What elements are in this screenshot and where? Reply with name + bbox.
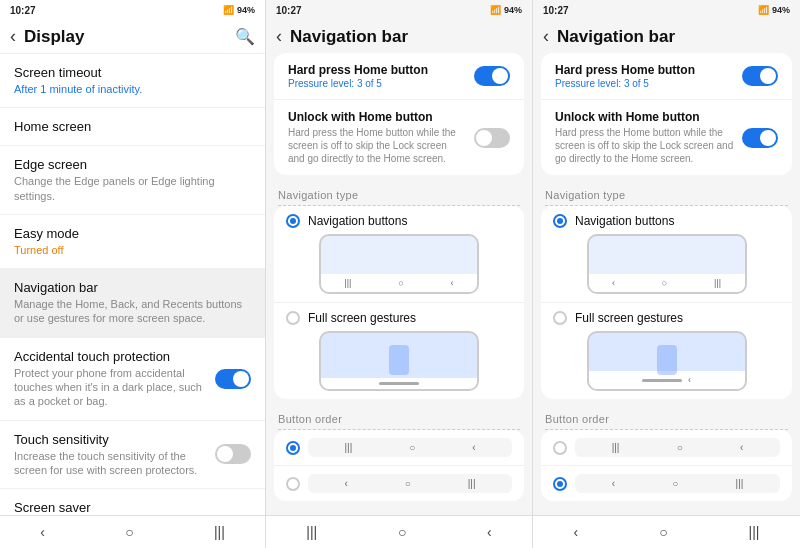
order1-center-3: ○ (677, 442, 683, 453)
gesture-handle-3 (657, 345, 677, 375)
unlock-item-2[interactable]: Unlock with Home button Hard press the H… (274, 100, 524, 175)
accidental-touch-text: Accidental touch protection Protect your… (14, 349, 215, 409)
button-order-item-1-2[interactable]: ||| ○ ‹ (274, 430, 524, 466)
button-order-item-2-2[interactable]: ‹ ○ ||| (274, 466, 524, 501)
hard-press-text-3: Hard press Home button Pressure level: 3… (555, 63, 695, 89)
button-order-radio-1-3[interactable] (553, 441, 567, 455)
hard-press-item-2[interactable]: Hard press Home button Pressure level: 3… (274, 53, 524, 100)
unlock-title-3: Unlock with Home button (555, 110, 734, 124)
nav-topbar-3: ‹ Navigation bar (533, 20, 800, 53)
nav-right-icon-3: ||| (714, 278, 721, 288)
time-1: 10:27 (10, 5, 36, 16)
gestures-mockup-2 (319, 331, 479, 391)
nav-panel-2: 10:27 📶 94% ‹ Navigation bar Hard press … (266, 0, 533, 548)
accidental-touch-row: Accidental touch protection Protect your… (14, 349, 251, 409)
settings-item-screen-timeout[interactable]: Screen timeout After 1 minute of inactiv… (0, 54, 265, 108)
unlock-desc-2: Hard press the Home button while the scr… (288, 126, 466, 165)
button-order-label-3: Button order (541, 407, 792, 429)
home-nav-icon-3[interactable]: ○ (659, 524, 667, 540)
easy-mode-subtitle: Turned off (14, 243, 251, 257)
order2-right-3: ||| (736, 478, 744, 489)
menu-nav-icon-3[interactable]: ||| (749, 524, 760, 540)
button-order-display-2-2: ‹ ○ ||| (308, 474, 512, 493)
back-button-2[interactable]: ‹ (276, 26, 282, 47)
order1-right-3: ‹ (740, 442, 743, 453)
unlock-title-2: Unlock with Home button (288, 110, 466, 124)
button-order-display-2-3: ‹ ○ ||| (575, 474, 780, 493)
back-button-3[interactable]: ‹ (543, 26, 549, 47)
nav-buttons-item-2[interactable]: Navigation buttons ||| ○ ‹ (274, 206, 524, 303)
order1-left-2: ||| (344, 442, 352, 453)
screen-saver-title: Screen saver (14, 500, 207, 515)
nav-buttons-radio-2[interactable] (286, 214, 300, 228)
home-nav-icon-2[interactable]: ○ (398, 524, 406, 540)
gestures-radio-2[interactable] (286, 311, 300, 325)
status-icons-3: 📶 94% (758, 5, 790, 15)
settings-item-screen-saver[interactable]: Screen saver Show a screensaver after th… (0, 489, 265, 515)
screen-timeout-subtitle: After 1 minute of inactivity. (14, 82, 251, 96)
touch-sensitivity-toggle[interactable] (215, 444, 251, 464)
nav-buttons-label-3: Navigation buttons (575, 214, 674, 228)
unlock-toggle-2[interactable] (474, 128, 510, 148)
button-order-radio-1-2[interactable] (286, 441, 300, 455)
menu-nav-icon-1[interactable]: ||| (214, 524, 225, 540)
back-button-1[interactable]: ‹ (10, 26, 16, 47)
home-screen-title: Home screen (14, 119, 251, 134)
settings-item-edge-screen[interactable]: Edge screen Change the Edge panels or Ed… (0, 146, 265, 215)
nav-panel-3: 10:27 📶 94% ‹ Navigation bar Hard press … (533, 0, 800, 548)
hard-press-subtitle-2: Pressure level: 3 of 5 (288, 78, 428, 89)
gesture-arrow-3: ‹ (688, 375, 691, 385)
nav-buttons-label-2: Navigation buttons (308, 214, 407, 228)
gestures-radio-3[interactable] (553, 311, 567, 325)
touch-sensitivity-title: Touch sensitivity (14, 432, 207, 447)
back-nav-icon-2[interactable]: ‹ (487, 524, 492, 540)
toggle-knob (233, 371, 249, 387)
home-nav-icon-1[interactable]: ○ (125, 524, 133, 540)
button-order-label-2: Button order (274, 407, 524, 429)
unlock-toggle-3[interactable] (742, 128, 778, 148)
toggle-knob-2 (217, 446, 233, 462)
signal-icon-3: 📶 (758, 5, 769, 15)
unlock-item-3[interactable]: Unlock with Home button Hard press the H… (541, 100, 792, 175)
gestures-item-2[interactable]: Full screen gestures (274, 303, 524, 399)
search-icon-1[interactable]: 🔍 (235, 27, 255, 46)
nav-buttons-radio-3[interactable] (553, 214, 567, 228)
battery-1: 94% (237, 5, 255, 15)
settings-item-touch-sensitivity[interactable]: Touch sensitivity Increase the touch sen… (0, 421, 265, 490)
signal-icon-1: 📶 (223, 5, 234, 15)
hard-press-toggle-2[interactable] (474, 66, 510, 86)
gesture-bar-3 (642, 379, 682, 382)
easy-mode-title: Easy mode (14, 226, 251, 241)
hard-press-item-3[interactable]: Hard press Home button Pressure level: 3… (541, 53, 792, 100)
settings-item-navigation-bar[interactable]: Navigation bar Manage the Home, Back, an… (0, 269, 265, 338)
button-order-radio-2-3[interactable] (553, 477, 567, 491)
nav-left-icon-2: ||| (344, 278, 351, 288)
nav-buttons-preview-3: ‹ ○ ||| (589, 274, 745, 292)
touch-sensitivity-row: Touch sensitivity Increase the touch sen… (14, 432, 251, 478)
time-3: 10:27 (543, 5, 569, 16)
gestures-item-3[interactable]: Full screen gestures ‹ (541, 303, 792, 399)
nav-buttons-mockup-2: ||| ○ ‹ (319, 234, 479, 294)
status-bar-1: 10:27 📶 94% (0, 0, 265, 20)
hard-press-toggle-3[interactable] (742, 66, 778, 86)
settings-item-accidental-touch[interactable]: Accidental touch protection Protect your… (0, 338, 265, 421)
menu-nav-icon-2[interactable]: ||| (306, 524, 317, 540)
settings-item-easy-mode[interactable]: Easy mode Turned off (0, 215, 265, 269)
screen-timeout-title: Screen timeout (14, 65, 251, 80)
gestures-label-2: Full screen gestures (308, 311, 416, 325)
button-order-card-2: ||| ○ ‹ ‹ ○ ||| (274, 430, 524, 501)
order2-right-2: ||| (468, 478, 476, 489)
settings-item-home-screen[interactable]: Home screen (0, 108, 265, 146)
button-order-item-2-3[interactable]: ‹ ○ ||| (541, 466, 792, 501)
nav-left-icon-3: ‹ (612, 278, 615, 288)
nav-type-label-3: Navigation type (541, 183, 792, 205)
nav-buttons-item-3[interactable]: Navigation buttons ‹ ○ ||| (541, 206, 792, 303)
nav-buttons-mockup-3: ‹ ○ ||| (587, 234, 747, 294)
button-order-item-1-3[interactable]: ||| ○ ‹ (541, 430, 792, 466)
edge-screen-title: Edge screen (14, 157, 251, 172)
nav-content-3: Hard press Home button Pressure level: 3… (533, 53, 800, 515)
back-nav-icon-1[interactable]: ‹ (40, 524, 45, 540)
back-nav-icon-3[interactable]: ‹ (573, 524, 578, 540)
accidental-touch-toggle[interactable] (215, 369, 251, 389)
button-order-radio-2-2[interactable] (286, 477, 300, 491)
